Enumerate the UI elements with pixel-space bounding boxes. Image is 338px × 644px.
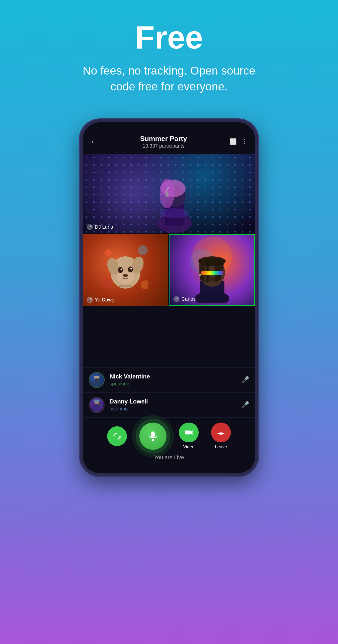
svg-point-10	[141, 280, 148, 289]
video-carlos[interactable]: 🎤 Carlos	[169, 234, 255, 306]
video-yo-dawg[interactable]: 🎤 Yo Dawg	[83, 234, 168, 306]
svg-point-53	[98, 404, 100, 405]
danny-info: Danny Lowell listening	[110, 398, 241, 412]
svg-rect-54	[151, 432, 155, 438]
carlos-svg	[187, 236, 237, 304]
yo-dawg-mic-icon: 🎤	[87, 297, 93, 303]
flip-icon	[113, 432, 121, 441]
phone-screen: ← Summer Party 13,337 participants ⬜ ⋮	[83, 122, 255, 473]
screen-share-icon[interactable]: ⬜	[229, 138, 237, 145]
video-dj-luna[interactable]: 🎤 DJ Luna	[83, 154, 255, 233]
participants-count: 13,337 participants	[140, 143, 187, 149]
video-bottom-row: 🎤 Yo Dawg	[83, 234, 255, 306]
svg-point-8	[138, 245, 148, 255]
carlos-mic-icon: 🎤	[173, 296, 179, 302]
dj-silhouette-svg	[147, 164, 202, 233]
flip-button-circle[interactable]	[107, 426, 127, 446]
danny-mic-icon[interactable]: 🎤	[241, 401, 249, 409]
svg-point-16	[128, 266, 133, 272]
leave-button[interactable]: Leave	[211, 422, 231, 450]
nick-avatar-image	[90, 373, 104, 387]
end-call-icon	[217, 428, 225, 437]
video-button[interactable]: Video	[179, 422, 199, 450]
svg-point-44	[93, 374, 100, 376]
header-title-block: Summer Party 13,337 participants	[140, 135, 187, 149]
svg-point-9	[103, 276, 112, 288]
nick-avatar-svg	[90, 373, 104, 387]
danny-avatar-svg	[90, 398, 104, 412]
bottom-controls: Video Leave You are Live	[83, 418, 255, 473]
svg-point-15	[118, 267, 123, 273]
dj-luna-visual	[83, 154, 255, 233]
main-mic-icon	[147, 430, 159, 442]
svg-rect-5	[166, 192, 169, 197]
svg-rect-57	[185, 430, 190, 434]
svg-point-51	[93, 400, 100, 401]
hero-subtitle: No fees, no tracking. Open source code f…	[70, 63, 268, 94]
danny-name: Danny Lowell	[110, 398, 241, 405]
danny-avatar-image	[90, 398, 104, 412]
dog-visual	[83, 234, 168, 306]
svg-point-18	[130, 268, 132, 270]
flip-button[interactable]	[107, 426, 127, 446]
nick-status: speaking	[110, 381, 241, 387]
svg-point-45	[95, 378, 99, 380]
danny-avatar	[89, 397, 105, 413]
phone-frame: ← Summer Party 13,337 participants ⬜ ⋮	[80, 120, 258, 476]
participant-row-danny[interactable]: Danny Lowell listening 🎤	[83, 392, 255, 418]
nick-info: Nick Valentine speaking	[110, 373, 241, 387]
participants-list: Nick Valentine speaking 🎤	[83, 367, 255, 418]
more-options-icon[interactable]: ⋮	[242, 138, 248, 145]
video-dj-luna-label: 🎤 DJ Luna	[87, 224, 113, 230]
carlos-figure	[169, 235, 254, 305]
video-button-label: Video	[183, 444, 195, 450]
header-bar: ← Summer Party 13,337 participants ⬜ ⋮	[83, 122, 255, 154]
svg-rect-56	[151, 441, 155, 442]
leave-button-circle[interactable]	[211, 422, 231, 442]
phone-mockup: ← Summer Party 13,337 participants ⬜ ⋮	[80, 120, 258, 476]
video-carlos-label: 🎤 Carlos	[173, 296, 196, 302]
back-button[interactable]: ←	[90, 138, 98, 146]
channel-title: Summer Party	[140, 135, 187, 143]
nick-name: Nick Valentine	[110, 373, 241, 380]
nick-mic-icon[interactable]: 🎤	[241, 376, 249, 384]
nick-avatar	[89, 372, 105, 388]
participant-row-nick[interactable]: Nick Valentine speaking 🎤	[83, 368, 255, 392]
svg-rect-35	[201, 271, 223, 275]
header-actions: ⬜ ⋮	[229, 138, 248, 145]
controls-row: Video Leave	[90, 422, 248, 450]
svg-point-20	[118, 285, 133, 287]
main-mic-button[interactable]	[139, 422, 167, 450]
dog-svg	[103, 245, 148, 295]
svg-point-37	[199, 274, 201, 276]
svg-point-14	[117, 271, 134, 284]
hero-title: Free	[15, 20, 323, 55]
video-button-circle[interactable]	[179, 422, 199, 442]
live-status: You are Live	[154, 454, 184, 461]
video-icon	[184, 428, 193, 437]
video-grid: 🎤 DJ Luna	[83, 154, 255, 367]
dj-luna-mic-icon: 🎤	[87, 224, 93, 230]
svg-point-19	[123, 274, 128, 277]
svg-point-17	[120, 268, 122, 270]
svg-point-7	[104, 249, 112, 256]
svg-point-6	[160, 208, 189, 218]
video-yo-dawg-label: 🎤 Yo Dawg	[87, 297, 114, 303]
danny-status: listening	[110, 406, 241, 412]
leave-button-label: Leave	[215, 444, 227, 450]
svg-rect-55	[152, 439, 154, 441]
svg-rect-29	[202, 258, 205, 282]
hero-section: Free No fees, no tracking. Open source c…	[0, 0, 338, 104]
svg-point-42	[93, 379, 100, 387]
